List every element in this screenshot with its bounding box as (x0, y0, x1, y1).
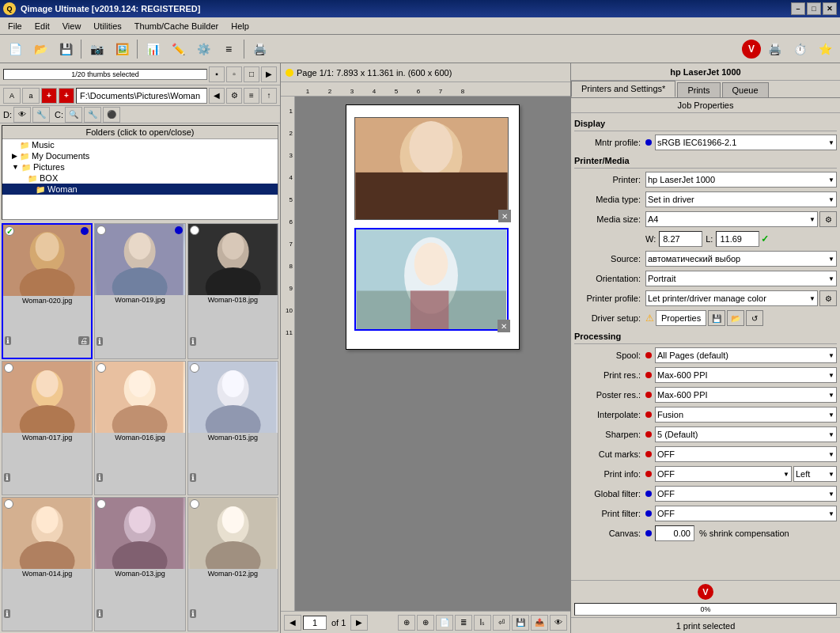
media-size-extra-button[interactable]: ⚙ (819, 211, 837, 227)
histogram-button[interactable]: 📊 (141, 38, 165, 60)
nav3-button[interactable]: ⚫ (103, 107, 120, 123)
printer-profile-extra-button[interactable]: ⚙ (819, 290, 837, 306)
printer-profile-dropdown[interactable]: Let printer/driver manage color ▼ (645, 290, 818, 306)
export-button[interactable]: 📤 (531, 615, 548, 631)
tools1-button[interactable]: ⚙ (226, 88, 242, 104)
nav2-button[interactable]: 🔧 (84, 107, 101, 123)
orientation-dropdown[interactable]: Portrait ▼ (645, 271, 837, 286)
subscript-button[interactable]: Iₛ (474, 615, 491, 631)
driver-save-button[interactable]: 💾 (708, 310, 725, 326)
print2-button[interactable]: 🖨️ (762, 38, 786, 60)
interpolate-dropdown[interactable]: Fusion ▼ (655, 407, 837, 423)
cut-marks-dropdown[interactable]: OFF ▼ (655, 446, 837, 462)
fit-button[interactable]: ⊕ (398, 615, 415, 631)
tab-prints[interactable]: Prints (677, 82, 720, 97)
prev-page-button[interactable]: ◀ (284, 615, 301, 631)
camera-button[interactable]: 📷 (85, 38, 108, 60)
new-button[interactable]: 📄 (3, 38, 27, 60)
print-info-pos-dropdown[interactable]: Left ▼ (793, 466, 837, 482)
spool-dropdown[interactable]: All Pages (default) ▼ (655, 347, 837, 363)
save-button[interactable]: 💾 (512, 615, 529, 631)
print-canvas-area[interactable]: ✕ ✕ (295, 97, 570, 611)
eye-button[interactable]: 👁 (13, 107, 31, 123)
page-number-input[interactable] (303, 616, 327, 630)
thumb-item-1[interactable]: ℹ Woman-019.jpg (94, 223, 185, 359)
print-res-dropdown[interactable]: Max-600 PPI ▼ (655, 367, 837, 383)
thumb-item-8[interactable]: ℹ Woman-012.jpg (187, 497, 278, 631)
print-photo-1[interactable]: ✕ (354, 117, 509, 220)
thumb-item-3[interactable]: ℹ Woman-017.jpg (2, 361, 93, 495)
menu-view[interactable]: View (58, 20, 86, 32)
format-button[interactable]: ≣ (455, 615, 472, 631)
thumb-item-2[interactable]: ℹ Woman-018.jpg (187, 223, 278, 359)
list-button[interactable]: ≡ (217, 38, 240, 60)
back-button[interactable]: ◀ (209, 88, 225, 104)
printer-dropdown[interactable]: hp LaserJet 1000 ▼ (645, 172, 837, 188)
media-type-dropdown[interactable]: Set in driver ▼ (645, 191, 837, 207)
amazon1-button[interactable]: A (3, 88, 21, 104)
print-info-dropdown[interactable]: OFF ▼ (655, 466, 792, 482)
add2-button[interactable]: + (59, 88, 74, 104)
history-button[interactable]: ⏱️ (788, 38, 812, 60)
global-filter-dropdown[interactable]: OFF ▼ (655, 486, 837, 502)
thumb-item-7[interactable]: ℹ Woman-013.jpg (94, 497, 185, 631)
edit-button[interactable]: ✏️ (166, 38, 190, 60)
save-button[interactable]: 💾 (54, 38, 78, 60)
preview-button[interactable]: 👁 (550, 615, 567, 631)
driver-reset-button[interactable]: ↺ (746, 310, 763, 326)
settings-button[interactable]: ⚙️ (191, 38, 215, 60)
driver-setup-dropdown[interactable]: Properties (656, 310, 706, 326)
print2-button[interactable]: ⏎ (493, 615, 510, 631)
next-page-button[interactable]: ▶ (350, 615, 368, 631)
minimize-button[interactable]: – (791, 2, 805, 15)
poster-res-dropdown[interactable]: Max-600 PPI ▼ (655, 387, 837, 403)
folder-woman[interactable]: 📁 Woman (2, 184, 278, 195)
canvas-input[interactable] (655, 525, 694, 541)
amazon2-button[interactable]: a (22, 88, 40, 104)
folder-pictures[interactable]: ▼ 📁 Pictures (2, 161, 278, 172)
maximize-button[interactable]: □ (807, 2, 821, 15)
thumb-grid1-button[interactable]: ▪ (209, 66, 225, 82)
folder-music[interactable]: 📁 Music (2, 139, 278, 150)
thumb-grid3-button[interactable]: □ (244, 66, 259, 82)
print-photo-2[interactable]: ✕ (354, 228, 509, 331)
print-button[interactable]: 🖨️ (248, 38, 271, 60)
thumb-item-6[interactable]: ℹ Woman-014.jpg (2, 497, 93, 631)
star-button[interactable]: ⭐ (813, 38, 837, 60)
menu-help[interactable]: Help (226, 20, 254, 32)
thumb-item-4[interactable]: ℹ Woman-016.jpg (94, 361, 185, 495)
mntr-dropdown[interactable]: sRGB IEC61966-2.1 ▼ (655, 135, 837, 150)
driver-load-button[interactable]: 📂 (727, 310, 744, 326)
tools3-button[interactable]: 🔧 (32, 107, 50, 123)
menu-thumb-cache[interactable]: Thumb/Cache Builder (130, 20, 223, 32)
open-button[interactable]: 📂 (28, 38, 52, 60)
scan-button[interactable]: 🖼️ (110, 38, 134, 60)
folder-my-documents[interactable]: ▶ 📁 My Documents (2, 150, 278, 161)
page-setup-button[interactable]: 📄 (436, 615, 453, 631)
thumb-item-5[interactable]: ℹ Woman-015.jpg (187, 361, 278, 495)
tab-printers-settings[interactable]: Printers and Settings* (571, 81, 675, 97)
zoom-in-button[interactable]: ⊕ (417, 615, 434, 631)
menu-file[interactable]: File (3, 20, 27, 32)
l-input[interactable] (716, 231, 759, 247)
thumb-arrow-button[interactable]: ▶ (261, 66, 277, 82)
menu-utilities[interactable]: Utilities (89, 20, 126, 32)
close-button[interactable]: ✕ (823, 2, 837, 15)
sort-button[interactable]: ↑ (261, 88, 277, 104)
print-filter-dropdown[interactable]: OFF ▼ (655, 506, 837, 521)
w-input[interactable] (659, 231, 702, 247)
menu-edit[interactable]: Edit (30, 20, 55, 32)
folder-box[interactable]: 📁 BOX (2, 172, 278, 184)
thumb-grid2-button[interactable]: ▫ (226, 66, 242, 82)
tab-queue[interactable]: Queue (722, 82, 769, 97)
media-size-dropdown[interactable]: A4 ▼ (645, 211, 818, 227)
add1-button[interactable]: + (41, 88, 57, 104)
sharpen-dropdown[interactable]: 5 (Default) ▼ (655, 426, 837, 442)
file-path[interactable]: F:\Documents\Pictures\Woman (76, 88, 207, 104)
thumb-item-0[interactable]: ✓ ℹ 🖨 Woman-020.jpg (2, 223, 93, 359)
source-dropdown[interactable]: автоматический выбор ▼ (645, 251, 837, 267)
photo2-close-button[interactable]: ✕ (498, 320, 510, 332)
red-badge-button[interactable]: V (742, 40, 761, 59)
photo1-close-button[interactable]: ✕ (498, 210, 511, 222)
nav1-button[interactable]: 🔍 (65, 107, 82, 123)
